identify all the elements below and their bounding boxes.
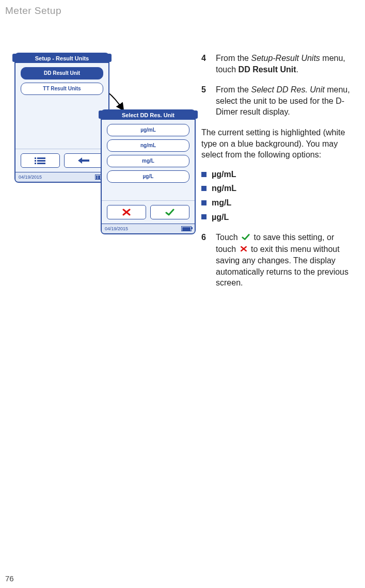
screen-select-dd-res-unit: Select DD Res. Unit µg/mL ng/mL mg/L µg/… — [101, 109, 196, 234]
opt-1: ng/mL — [212, 183, 236, 194]
tt-result-units-button[interactable]: TT Result Units — [21, 83, 103, 95]
svg-rect-0 — [35, 157, 36, 159]
screen-select-title: Select DD Res. Unit — [102, 110, 195, 120]
opt-item: mg/L — [201, 197, 355, 209]
screen-select-title-text: Select DD Res. Unit — [122, 112, 174, 118]
step-5-menu: Select DD Res. Unit — [251, 85, 324, 94]
screen-setup-date: 04/19/2015 — [19, 174, 42, 180]
options-list: µg/mL ng/mL mg/L µg/L — [201, 169, 355, 223]
ok-button[interactable] — [150, 205, 189, 219]
options-intro: The current setting is highlighted (whit… — [201, 127, 355, 161]
step-6-p1: Touch — [216, 233, 240, 242]
figure-area: Setup - Result Units DD Result Unit TT R… — [5, 53, 181, 244]
opt-item: µg/L — [201, 212, 355, 223]
cancel-button[interactable] — [107, 205, 146, 219]
svg-rect-3 — [37, 160, 45, 162]
svg-rect-5 — [37, 163, 45, 164]
screen-setup-title-text: Setup - Result Units — [35, 55, 89, 61]
opt-item: µg/mL — [201, 169, 355, 180]
close-icon — [121, 209, 132, 216]
step-5-body: From the Select DD Res. Unit menu, selec… — [216, 84, 355, 118]
opt-0: µg/mL — [212, 169, 236, 180]
inline-close-icon — [240, 244, 248, 256]
step-4-num: 4 — [201, 53, 209, 75]
step-5-num: 5 — [201, 84, 209, 118]
step-4-post: . — [296, 65, 298, 74]
check-icon — [165, 209, 175, 216]
step-6-body: Touch to save this setting, or touch to … — [216, 232, 355, 289]
step-4-body: From the Setup-Result Units menu, touch … — [216, 53, 355, 75]
screen-select-date: 04/19/2015 — [105, 226, 128, 231]
main-content: Setup - Result Units DD Result Unit TT R… — [5, 53, 355, 298]
page-header: Meter Setup — [5, 5, 355, 17]
opt-2: mg/L — [212, 197, 231, 209]
bullet-icon — [201, 200, 207, 205]
option-ug-ml[interactable]: µg/mL — [107, 124, 189, 136]
step-6: 6 Touch to save this setting, or touch t… — [201, 232, 355, 289]
dd-result-unit-button[interactable]: DD Result Unit — [21, 67, 103, 80]
opt-item: ng/mL — [201, 183, 355, 194]
list-icon — [34, 156, 47, 165]
list-button[interactable] — [21, 153, 60, 168]
page-number: 76 — [5, 574, 14, 583]
step-6-num: 6 — [201, 232, 209, 289]
text-column: 4 From the Setup-Result Units menu, touc… — [201, 53, 355, 298]
step-4-target: DD Result Unit — [239, 65, 296, 74]
screen-setup-title: Setup - Result Units — [15, 54, 108, 63]
option-mg-l[interactable]: mg/L — [107, 155, 189, 167]
screen-select-controls — [102, 201, 195, 224]
screen-setup-result-units: Setup - Result Units DD Result Unit TT R… — [14, 53, 109, 183]
bullet-icon — [201, 186, 207, 191]
step-5: 5 From the Select DD Res. Unit menu, sel… — [201, 84, 355, 118]
bullet-icon — [201, 172, 207, 177]
step-4-pre: From the — [216, 54, 251, 62]
svg-rect-2 — [35, 160, 36, 162]
back-button[interactable] — [64, 153, 103, 168]
step-5-pre: From the — [216, 85, 251, 94]
option-ng-ml[interactable]: ng/mL — [107, 139, 189, 152]
opt-3: µg/L — [212, 212, 229, 223]
screen-select-status: 04/19/2015 — [102, 224, 195, 233]
option-ug-l[interactable]: µg/L — [107, 170, 189, 183]
inline-check-icon — [241, 232, 250, 244]
step-4-menu: Setup-Result Units — [251, 54, 320, 62]
back-arrow-icon — [77, 156, 90, 165]
screen-setup-status: 04/19/2015 — [15, 172, 108, 182]
screen-setup-body: DD Result Unit TT Result Units — [15, 63, 108, 149]
bullet-icon — [201, 214, 207, 219]
step-4: 4 From the Setup-Result Units menu, touc… — [201, 53, 355, 75]
svg-rect-1 — [37, 157, 45, 159]
svg-rect-4 — [35, 163, 36, 164]
battery-full-icon — [181, 226, 192, 231]
screen-setup-controls — [15, 149, 108, 172]
screen-select-body: µg/mL ng/mL mg/L µg/L — [102, 120, 195, 201]
